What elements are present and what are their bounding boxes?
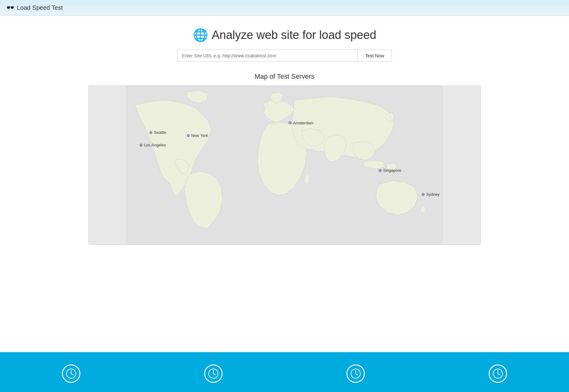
clock-icon-2 (204, 364, 223, 383)
search-row: Test Now (177, 50, 392, 62)
city-marker-new-york: New York (187, 133, 208, 138)
footer-item-2 (204, 364, 223, 383)
heading-text: Analyze web site for load speed (212, 28, 376, 42)
svg-line-6 (213, 374, 216, 375)
clock-icon-4 (489, 364, 507, 383)
footer-item-1 (62, 364, 80, 383)
city-marker-los-angeles: Los Angeles (139, 143, 166, 147)
city-label: Amsterdam (293, 121, 313, 125)
city-dot (139, 144, 143, 147)
logo-icon: 🕶️ (6, 4, 14, 12)
city-marker-amsterdam: Amsterdam (288, 121, 313, 125)
clock-icon-1 (62, 364, 80, 383)
city-dot (288, 121, 292, 124)
city-label: Singapore (383, 168, 401, 173)
city-dot (422, 193, 425, 196)
footer (0, 352, 569, 392)
clock-icon-3 (346, 364, 365, 383)
main-content: 🌐 Analyze web site for load speed Test N… (0, 16, 569, 352)
city-dot (187, 134, 190, 137)
city-marker-singapore: Singapore (379, 168, 401, 173)
svg-line-12 (498, 374, 500, 375)
city-dot (379, 169, 382, 172)
map-section-title: Map of Test Servers (254, 73, 314, 81)
city-label: Seattle (154, 130, 166, 135)
url-input[interactable] (177, 50, 357, 62)
globe-icon: 🌐 (193, 28, 208, 42)
city-dot (149, 131, 152, 134)
footer-item-3 (346, 364, 365, 383)
svg-line-9 (356, 374, 358, 375)
footer-item-4 (489, 364, 507, 383)
page-heading: 🌐 Analyze web site for load speed (193, 28, 376, 42)
world-map-svg (89, 86, 480, 244)
test-now-button[interactable]: Test Now (357, 50, 392, 62)
app-header: 🕶️ Load Speed Test (0, 0, 569, 16)
city-label: Los Angeles (144, 143, 166, 147)
city-label: New York (191, 133, 208, 138)
svg-line-3 (71, 374, 73, 375)
logo-container: 🕶️ Load Speed Test (6, 4, 63, 12)
map-container: SeattleLos AngelesNew YorkAmsterdamSinga… (88, 85, 481, 245)
app-title: Load Speed Test (17, 4, 63, 11)
city-label: Sydney (426, 192, 439, 197)
city-marker-sydney: Sydney (422, 192, 439, 197)
city-marker-seattle: Seattle (149, 130, 166, 135)
